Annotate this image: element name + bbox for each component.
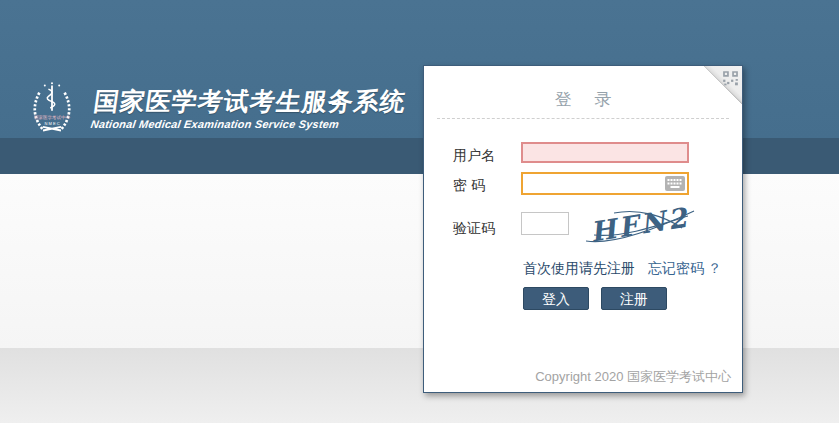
captcha-text: HFN2	[588, 204, 692, 246]
auxiliary-links: 首次使用请先注册 忘记密码 ？	[523, 260, 722, 278]
captcha-input[interactable]	[521, 212, 569, 235]
qr-code-icon	[722, 70, 739, 87]
copyright-text: Copyright 2020 国家医学考试中心	[535, 368, 731, 386]
register-button[interactable]: 注册	[601, 287, 667, 310]
login-panel: 登 录 用户名 密 码 验证码 HFN2 首次使用请先注册 忘记密码 ？ 登入 …	[423, 65, 743, 393]
forgot-password-link[interactable]: 忘记密码 ？	[648, 260, 722, 276]
emblem-acronym: N M E C	[44, 121, 59, 126]
emblem-band-text: 国家医学考试中心	[34, 114, 71, 120]
title-separator	[437, 118, 729, 119]
captcha-image[interactable]: HFN2	[584, 204, 696, 246]
password-label: 密 码	[453, 177, 485, 195]
password-input[interactable]	[521, 172, 689, 195]
system-title: 国家医学考试考生服务系统	[92, 88, 408, 116]
register-hint-link[interactable]: 首次使用请先注册	[523, 260, 635, 276]
captcha-label: 验证码	[453, 220, 495, 238]
login-button[interactable]: 登入	[523, 287, 589, 310]
system-subtitle: National Medical Examination Service Sys…	[90, 118, 404, 130]
soft-keyboard-icon[interactable]	[665, 176, 685, 191]
username-label: 用户名	[453, 147, 495, 165]
login-panel-title: 登 录	[424, 88, 742, 111]
brand-block: 国家医学考试中心 N M E C 国家医学考试考生服务系统 National M…	[25, 80, 405, 136]
nmec-logo-emblem: 国家医学考试中心 N M E C	[25, 80, 79, 136]
username-input[interactable]	[521, 142, 689, 163]
